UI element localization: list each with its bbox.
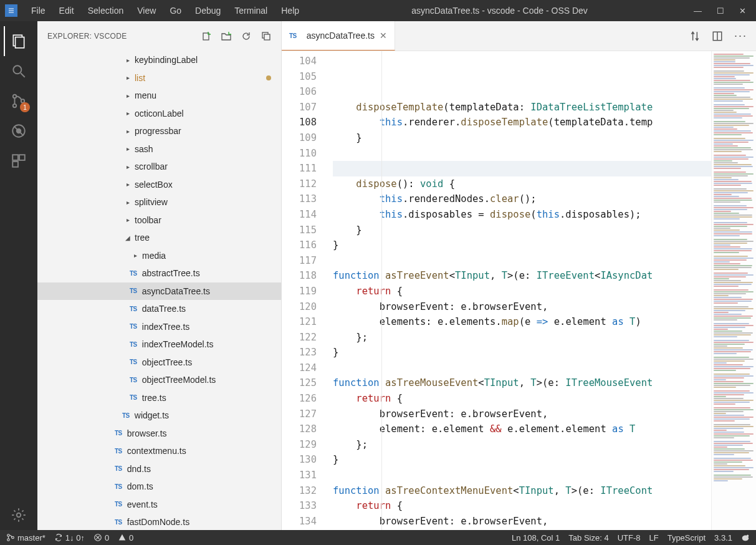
compare-changes-icon[interactable] [689, 31, 701, 42]
tree-item-datatree-ts[interactable]: TSdataTree.ts [37, 300, 281, 318]
typescript-icon: TS [130, 341, 137, 348]
tree-item-selectbox[interactable]: ▸selectBox [37, 176, 281, 194]
code-line: element: e.element && e.element.element … [333, 529, 711, 530]
menu-file[interactable]: File [25, 3, 52, 18]
status-warnings[interactable]: 0 [118, 533, 133, 543]
tree-item-media[interactable]: ▸media [37, 247, 281, 265]
refresh-icon[interactable] [241, 31, 251, 41]
split-editor-icon[interactable] [712, 31, 723, 42]
status-eol[interactable]: LF [649, 533, 658, 543]
tab-close-icon[interactable]: ✕ [380, 31, 387, 41]
status-feedback-icon[interactable] [741, 533, 750, 542]
app-icon [5, 4, 17, 17]
menu-terminal[interactable]: Terminal [228, 3, 274, 18]
tree-item-abstracttree-ts[interactable]: TSabstractTree.ts [37, 264, 281, 282]
svg-point-10 [17, 129, 21, 133]
tree-item-widget-ts[interactable]: TSwidget.ts [37, 407, 281, 425]
svg-line-4 [21, 73, 25, 77]
line-number: 124 [282, 360, 317, 376]
tree-item-list[interactable]: ▸list [37, 69, 281, 87]
tree-item-fastdomnode-ts[interactable]: TSfastDomNode.ts [37, 513, 281, 530]
activity-search[interactable] [4, 56, 34, 86]
activity-settings[interactable] [4, 500, 34, 530]
tree-item-splitview[interactable]: ▸splitview [37, 193, 281, 211]
more-actions-icon[interactable]: ··· [734, 29, 747, 42]
minimize-button[interactable]: — [694, 6, 702, 16]
tree-item-menu[interactable]: ▸menu [37, 87, 281, 105]
status-cursor[interactable]: Ln 108, Col 1 [512, 533, 560, 543]
new-file-icon[interactable] [201, 31, 211, 41]
svg-point-3 [13, 65, 21, 74]
twistie-icon: ▸ [125, 57, 131, 64]
tree-item-scrollbar[interactable]: ▸scrollbar [37, 158, 281, 176]
tree-item-label: sash [135, 144, 153, 154]
twistie-icon: ▸ [125, 110, 131, 117]
menu-selection[interactable]: Selection [82, 3, 130, 18]
menu-bar: FileEditSelectionViewGoDebugTerminalHelp [25, 3, 305, 18]
svg-point-5 [13, 95, 16, 98]
collapse-all-icon[interactable] [261, 31, 271, 41]
tree-item-dom-ts[interactable]: TSdom.ts [37, 478, 281, 496]
file-tree[interactable]: ▸keybindingLabel▸list▸menu▸octiconLabel▸… [37, 51, 281, 530]
status-language[interactable]: TypeScript [667, 533, 706, 543]
code-line: element: e.element && e.element.element … [333, 422, 711, 437]
editor-tabs: TS asyncDataTree.ts ✕ ··· [282, 21, 756, 51]
status-encoding[interactable]: UTF-8 [618, 533, 641, 543]
activity-debug[interactable] [4, 116, 34, 146]
tab-asyncdatatree[interactable]: TS asyncDataTree.ts ✕ [282, 21, 395, 51]
tree-item-asyncdatatree-ts[interactable]: TSasyncDataTree.ts [37, 282, 281, 301]
close-button[interactable]: ✕ [739, 6, 746, 16]
editor-area: TS asyncDataTree.ts ✕ ··· 10410510610710… [282, 21, 756, 530]
tree-item-sash[interactable]: ▸sash [37, 140, 281, 158]
menu-view[interactable]: View [131, 3, 162, 18]
tree-item-label: toolbar [135, 215, 161, 225]
tree-item-label: tree [135, 233, 150, 243]
code-line: }; [333, 437, 711, 453]
tree-item-progressbar[interactable]: ▸progressbar [37, 122, 281, 140]
maximize-button[interactable]: ☐ [717, 6, 724, 16]
tree-item-indextree-ts[interactable]: TSindexTree.ts [37, 318, 281, 336]
tree-item-toolbar[interactable]: ▸toolbar [37, 211, 281, 229]
code-line: } [333, 223, 711, 238]
tree-item-dnd-ts[interactable]: TSdnd.ts [37, 460, 281, 478]
menu-debug[interactable]: Debug [189, 3, 227, 18]
typescript-icon: TS [115, 430, 122, 436]
tree-item-indextreemodel-ts[interactable]: TSindexTreeModel.ts [37, 335, 281, 354]
status-branch[interactable]: master* [6, 533, 45, 543]
tree-item-objecttree-ts[interactable]: TSobjectTree.ts [37, 354, 281, 372]
activity-extensions[interactable] [4, 146, 34, 176]
twistie-icon: ▸ [125, 92, 131, 99]
tree-item-octiconlabel[interactable]: ▸octiconLabel [37, 105, 281, 123]
status-sync[interactable]: 1↓ 0↑ [54, 533, 85, 543]
tree-item-browser-ts[interactable]: TSbrowser.ts [37, 425, 281, 443]
editor-body[interactable]: 1041051061071081091101111121131141151161… [282, 51, 756, 530]
menu-edit[interactable]: Edit [53, 3, 80, 18]
activity-scm[interactable]: 1 [4, 86, 34, 116]
tree-item-tree-ts[interactable]: TStree.ts [37, 389, 281, 407]
tree-item-label: keybindingLabel [135, 55, 198, 65]
code-line: browserEvent: e.browserEvent, [333, 407, 711, 422]
status-tabsize[interactable]: Tab Size: 4 [568, 533, 608, 543]
status-errors[interactable]: 0 [93, 533, 109, 543]
code-content[interactable]: disposeTemplate(templateData: IDataTreeL… [330, 51, 711, 530]
typescript-icon: TS [130, 394, 137, 401]
tree-item-label: asyncDataTree.ts [142, 286, 210, 296]
new-folder-icon[interactable] [221, 31, 231, 41]
code-line: this.renderedNodes.clear(); [333, 191, 711, 207]
tree-item-label: splitview [135, 197, 168, 207]
tree-item-label: objectTree.ts [142, 357, 192, 367]
minimap[interactable] [711, 51, 756, 530]
status-ts-version[interactable]: 3.3.1 [714, 533, 732, 543]
tree-item-keybindinglabel[interactable]: ▸keybindingLabel [37, 51, 281, 69]
tree-item-objecttreemodel-ts[interactable]: TSobjectTreeModel.ts [37, 371, 281, 389]
tree-item-contextmenu-ts[interactable]: TScontextmenu.ts [37, 442, 281, 460]
typescript-icon: TS [130, 287, 137, 294]
activity-explorer[interactable] [4, 26, 34, 56]
menu-help[interactable]: Help [275, 3, 305, 18]
svg-point-14 [17, 513, 21, 518]
tree-item-label: dom.ts [127, 481, 153, 491]
menu-go[interactable]: Go [163, 3, 188, 18]
tree-item-label: tree.ts [142, 393, 166, 403]
tree-item-tree[interactable]: ◢tree [37, 229, 281, 247]
tree-item-event-ts[interactable]: TSevent.ts [37, 496, 281, 514]
